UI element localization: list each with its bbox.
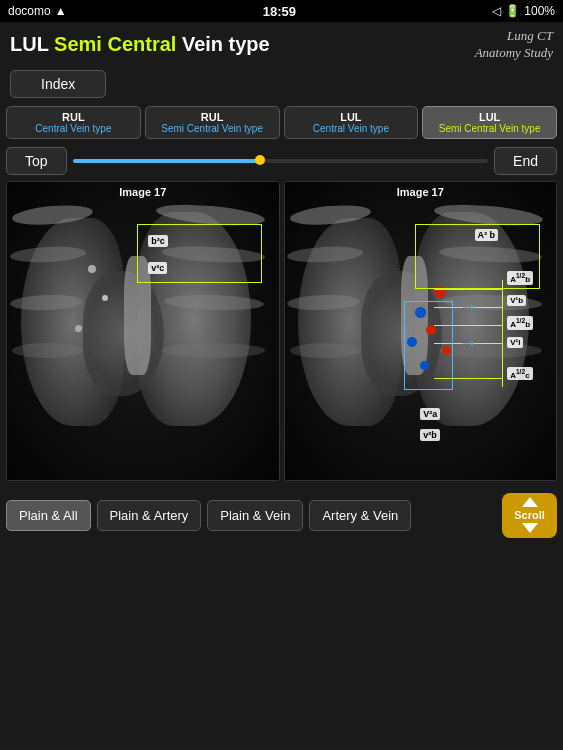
bottom-controls: Plain & All Plain & Artery Plain & Vein … <box>0 485 563 546</box>
title-highlight: Semi Central <box>54 33 176 55</box>
ct-annotated: → → A³ b A1/2b V¹b A1/2b V¹l A1/2c V²a v… <box>285 182 557 480</box>
arrow-right-2: → <box>458 331 478 354</box>
ann-v1l: V¹l <box>507 337 523 348</box>
tab-rul-semicentral-bottom: Semi Central Vein type <box>150 123 275 134</box>
tab-lul-central[interactable]: LUL Central Vein type <box>284 106 419 139</box>
tab-lul-semicentral-bottom: Semi Central Vein type <box>427 123 552 134</box>
scroll-down-icon <box>522 523 538 533</box>
tab-lul-central-top: LUL <box>289 111 414 123</box>
status-bar: docomo ▲ 18:59 ◁ 🔋 100% <box>0 0 563 22</box>
battery-label: 100% <box>524 4 555 18</box>
arrow-right-1: → <box>458 295 478 318</box>
carrier-label: docomo <box>8 4 51 18</box>
ann-v2b: v²b <box>420 429 440 441</box>
left-image-panel: Image 17 b³c <box>6 181 280 481</box>
nav-controls: Top End <box>0 143 563 179</box>
ct-plain: b³c v³c <box>7 182 279 480</box>
nav-tabs: RUL Central Vein type RUL Semi Central V… <box>0 102 563 143</box>
left-image-label: Image 17 <box>119 186 166 198</box>
ann-a3b: A³ b <box>475 229 499 241</box>
ann-a12b-mid: A1/2b <box>507 316 533 330</box>
ann-a12b-top: A1/2b <box>507 271 533 285</box>
tab-lul-central-bottom: Central Vein type <box>289 123 414 134</box>
progress-dot <box>255 155 265 165</box>
title-prefix: LUL <box>10 33 54 55</box>
location-icon: ◁ <box>492 4 501 18</box>
plain-artery-button[interactable]: Plain & Artery <box>97 500 202 531</box>
scroll-up-icon <box>522 497 538 507</box>
brand-line2: Anatomy Study <box>475 45 553 60</box>
scroll-button[interactable]: Scroll <box>502 493 557 538</box>
brand-logo: Lung CT Anatomy Study <box>475 28 553 62</box>
ann-v2a: V²a <box>420 408 440 420</box>
artery-vein-button[interactable]: Artery & Vein <box>309 500 411 531</box>
ann-rect-blue <box>404 301 453 390</box>
tab-rul-semicentral[interactable]: RUL Semi Central Vein type <box>145 106 280 139</box>
scroll-label: Scroll <box>514 509 545 521</box>
tab-rul-central-bottom: Central Vein type <box>11 123 136 134</box>
tab-rul-central[interactable]: RUL Central Vein type <box>6 106 141 139</box>
status-left: docomo ▲ <box>8 4 67 18</box>
ann-b3c: b³c <box>148 235 168 247</box>
end-button[interactable]: End <box>494 147 557 175</box>
time-label: 18:59 <box>263 4 296 19</box>
tab-rul-semicentral-top: RUL <box>150 111 275 123</box>
status-right: ◁ 🔋 100% <box>492 4 555 18</box>
ann-v3c: v³c <box>148 262 167 274</box>
wifi-icon: ▲ <box>55 4 67 18</box>
ann-vline-1 <box>502 280 503 387</box>
tab-lul-semicentral-top: LUL <box>427 111 552 123</box>
ann-line-1 <box>434 289 502 290</box>
plain-vein-button[interactable]: Plain & Vein <box>207 500 303 531</box>
battery-icon: 🔋 <box>505 4 520 18</box>
title-suffix: Vein type <box>176 33 269 55</box>
tab-lul-semicentral[interactable]: LUL Semi Central Vein type <box>422 106 557 139</box>
main-images: Image 17 b³c <box>0 181 563 481</box>
index-section: Index <box>0 66 563 102</box>
brand-line1: Lung CT <box>507 28 553 43</box>
page-title: LUL Semi Central Vein type <box>10 33 270 56</box>
ann-a12c: A1/2c <box>507 367 533 381</box>
ann-v1b: V¹b <box>507 295 526 306</box>
right-image-label: Image 17 <box>397 186 444 198</box>
progress-bar <box>73 159 489 163</box>
top-button[interactable]: Top <box>6 147 67 175</box>
right-image-panel: Image 17 <box>284 181 558 481</box>
tab-rul-central-top: RUL <box>11 111 136 123</box>
index-button[interactable]: Index <box>10 70 106 98</box>
progress-fill <box>73 159 260 163</box>
header: LUL Semi Central Vein type Lung CT Anato… <box>0 22 563 66</box>
plain-all-button[interactable]: Plain & All <box>6 500 91 531</box>
